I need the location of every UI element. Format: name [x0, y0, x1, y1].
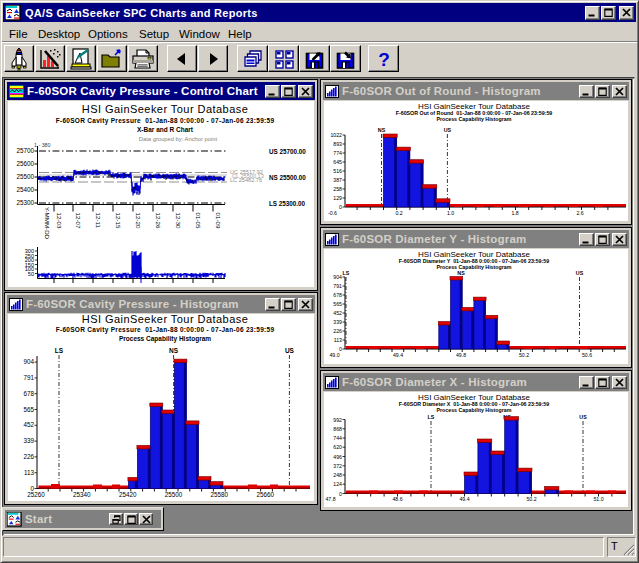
svg-text:US 25700.00: US 25700.00 — [269, 148, 306, 155]
svg-text:F-60SOR Cavity Pressure 01-Ja: F-60SOR Cavity Pressure 01-Jan-88 0:00:0… — [56, 326, 275, 334]
svg-text:1.8: 1.8 — [511, 210, 518, 216]
svg-text:226: 226 — [23, 453, 34, 460]
svg-text:49.4: 49.4 — [393, 352, 403, 358]
svg-text:US: US — [579, 414, 587, 420]
svg-text:992: 992 — [333, 417, 342, 423]
svg-text:0: 0 — [339, 204, 342, 210]
svg-text:48.6: 48.6 — [392, 496, 402, 502]
svg-text:25400: 25400 — [16, 186, 34, 193]
svg-text:25340: 25340 — [73, 491, 91, 498]
svg-text:791: 791 — [23, 374, 34, 381]
svg-text:678: 678 — [23, 390, 34, 397]
svg-text:565: 565 — [333, 301, 342, 307]
svg-text:US: US — [285, 347, 295, 354]
svg-text:0.2: 0.2 — [395, 210, 402, 216]
svg-text:01-05: 01-05 — [195, 213, 202, 229]
svg-text:Y-MMM-DD: Y-MMM-DD — [44, 207, 51, 240]
svg-text:372: 372 — [333, 463, 342, 469]
svg-text:49.0: 49.0 — [329, 352, 339, 358]
svg-text:452: 452 — [333, 310, 342, 316]
svg-text:HSI GainSeeker Tour Database: HSI GainSeeker Tour Database — [82, 314, 248, 325]
svg-text:248: 248 — [333, 472, 342, 478]
svg-text:645: 645 — [333, 159, 342, 165]
svg-text:25300: 25300 — [16, 199, 34, 206]
svg-text:12-15: 12-15 — [115, 213, 122, 229]
svg-text:12-03: 12-03 — [56, 213, 63, 229]
svg-text:1.0: 1.0 — [447, 210, 454, 216]
svg-text:678: 678 — [333, 292, 342, 298]
svg-text:12-20: 12-20 — [135, 213, 142, 229]
svg-text:496: 496 — [333, 454, 342, 460]
svg-text:258: 258 — [333, 186, 342, 192]
svg-text:LS: LS — [343, 270, 350, 276]
svg-text:Process Capability Histogram: Process Capability Histogram — [436, 407, 511, 413]
svg-text:2.6: 2.6 — [576, 210, 583, 216]
svg-text:49.4: 49.4 — [459, 496, 469, 502]
svg-text:47.8: 47.8 — [325, 496, 335, 502]
svg-text:25420: 25420 — [119, 491, 137, 498]
svg-text:50.2: 50.2 — [519, 352, 529, 358]
svg-text:49.8: 49.8 — [456, 352, 466, 358]
svg-text:893: 893 — [333, 141, 342, 147]
svg-text:NS: NS — [378, 127, 386, 133]
svg-text:774: 774 — [333, 150, 342, 156]
svg-text:25580: 25580 — [211, 491, 229, 498]
svg-text:01-09: 01-09 — [215, 213, 222, 229]
svg-text:565: 565 — [23, 406, 34, 413]
svg-text:868: 868 — [333, 426, 342, 432]
svg-text:25500: 25500 — [16, 173, 34, 180]
svg-text:Process Capability Histogram: Process Capability Histogram — [436, 264, 511, 270]
svg-text:129: 129 — [333, 195, 342, 201]
svg-text:339: 339 — [23, 437, 34, 444]
svg-text:LC 25482.76: LC 25482.76 — [230, 177, 262, 183]
svg-text:744: 744 — [333, 435, 342, 441]
svg-text:Data grouped by: Anchor point: Data grouped by: Anchor point — [139, 136, 218, 142]
svg-text:12-30: 12-30 — [175, 213, 182, 229]
svg-text:226: 226 — [333, 328, 342, 334]
svg-text:LS: LS — [428, 414, 435, 420]
svg-text:US: US — [576, 270, 584, 276]
svg-text:387: 387 — [333, 177, 342, 183]
svg-text:X-Bar and R Chart: X-Bar and R Chart — [137, 126, 194, 133]
svg-text:Process Capability Histogram: Process Capability Histogram — [119, 335, 211, 343]
svg-text:Process Capability Histogram: Process Capability Histogram — [436, 116, 511, 122]
svg-text:-0.6: -0.6 — [328, 210, 337, 216]
svg-text:25500: 25500 — [165, 491, 183, 498]
svg-text:904: 904 — [333, 274, 342, 280]
svg-text:516: 516 — [333, 168, 342, 174]
svg-text:113: 113 — [334, 337, 342, 343]
svg-text:NS: NS — [457, 270, 465, 276]
svg-text:12-07: 12-07 — [75, 213, 82, 229]
svg-text:50.6: 50.6 — [582, 352, 592, 358]
svg-text:F-60SOR Cavity Pressure 01-Ja: F-60SOR Cavity Pressure 01-Jan-88 0:00:0… — [56, 117, 275, 125]
svg-text:25600: 25600 — [16, 160, 34, 167]
svg-text:HSI GainSeeker Tour Database: HSI GainSeeker Tour Database — [82, 103, 248, 115]
svg-text:25260: 25260 — [27, 491, 45, 498]
svg-text:452: 452 — [23, 421, 34, 428]
svg-text:LS 25300.00: LS 25300.00 — [269, 200, 306, 207]
svg-text:25700: 25700 — [16, 147, 34, 154]
svg-text:51.0: 51.0 — [593, 496, 603, 502]
svg-text:0: 0 — [339, 491, 342, 497]
svg-text:NS 25500.00: NS 25500.00 — [269, 174, 306, 181]
svg-text:NS: NS — [169, 347, 179, 354]
svg-text:904: 904 — [23, 358, 34, 365]
svg-text:1022: 1022 — [330, 132, 342, 138]
svg-text:124: 124 — [333, 481, 342, 487]
svg-text:US: US — [444, 127, 452, 133]
svg-text:?: ? — [378, 49, 390, 70]
svg-text:620: 620 — [333, 444, 342, 450]
svg-text:50.2: 50.2 — [526, 496, 536, 502]
svg-text:791: 791 — [333, 283, 342, 289]
svg-text:50: 50 — [28, 271, 34, 277]
svg-text:12-26: 12-26 — [155, 213, 162, 229]
svg-text:339: 339 — [333, 319, 342, 325]
svg-text:1 - 380: 1 - 380 — [34, 142, 51, 148]
svg-text:25660: 25660 — [256, 491, 274, 498]
svg-text:LS: LS — [55, 347, 64, 354]
svg-text:113: 113 — [24, 469, 35, 476]
svg-text:12-11: 12-11 — [95, 213, 102, 229]
